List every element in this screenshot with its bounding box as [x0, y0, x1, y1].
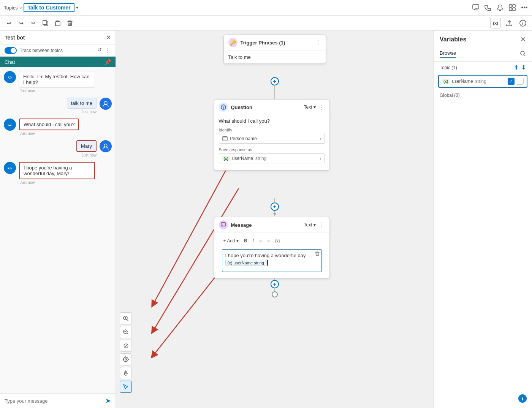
message-text-dropdown[interactable]: Text ▾	[304, 222, 315, 228]
track-toggle[interactable]	[5, 47, 17, 54]
download-icon[interactable]: ⬇	[521, 64, 526, 71]
breadcrumb-current[interactable]: Talk to Customer	[24, 3, 74, 12]
breadcrumb-dropdown-icon[interactable]: ▾	[76, 5, 78, 10]
zoom-out-button[interactable]	[120, 326, 132, 338]
chat-close-button[interactable]: ✕	[106, 34, 111, 41]
variables-close-button[interactable]: ✕	[520, 35, 526, 44]
bot-avatar	[4, 71, 16, 83]
bold-button[interactable]: B	[242, 237, 249, 244]
node-header: Message Text ▾ ⋮	[214, 217, 329, 233]
question-body: What should I call you? Identify Person …	[214, 115, 329, 170]
align-button[interactable]: ≡	[258, 237, 263, 244]
top-bar: Topics > Talk to Customer ▾	[0, 0, 532, 16]
question-text-dropdown[interactable]: Text ▾	[304, 104, 315, 110]
svg-point-20	[11, 167, 11, 168]
breadcrumb-topics[interactable]: Topics	[4, 5, 18, 11]
canvas-area: 🔑 Trigger Phrases (1) ⋮ Talk to me +	[116, 31, 433, 408]
message-delete-icon[interactable]	[315, 251, 320, 258]
canvas-left-toolbar: ⊘	[120, 312, 132, 393]
message-bubble: Hello, I'm MyTestbot. How can I help? Ju…	[19, 71, 95, 93]
save-response-section: Save response as (x) userName string ›	[219, 147, 325, 163]
bubble-time: Just now	[19, 89, 95, 93]
var-name: userName	[232, 156, 253, 161]
grid-icon[interactable]	[508, 4, 516, 11]
paste-button[interactable]	[52, 18, 63, 28]
bubble-time: Just now	[76, 153, 97, 157]
svg-point-11	[9, 76, 10, 77]
message-type-arrow: ▾	[314, 222, 316, 228]
svg-point-17	[104, 144, 107, 147]
msg-var-name: userName	[233, 261, 253, 265]
toolbar: ↩ ↩ ✂ (x)	[0, 16, 532, 31]
bubble-text-highlighted: Mary	[76, 140, 97, 152]
hand-tool-button[interactable]	[120, 367, 132, 379]
cancel-button[interactable]: ⊘	[120, 340, 132, 352]
italic-button[interactable]: I	[251, 237, 255, 244]
select-tool-button[interactable]	[120, 381, 132, 393]
identify-arrow: ›	[320, 137, 321, 141]
list-button[interactable]: ≡	[266, 237, 271, 244]
svg-point-18	[7, 165, 13, 171]
redo-button[interactable]: ↩	[16, 18, 27, 28]
more-options-icon[interactable]: ⋮	[105, 47, 111, 54]
msg-var-type: string	[254, 261, 264, 265]
phone-icon[interactable]	[484, 4, 492, 11]
chat-icon[interactable]	[472, 4, 480, 11]
message-toolbar: + Add ▾ B I ≡ ≡ {x}	[219, 236, 325, 246]
delete-button[interactable]	[65, 18, 75, 28]
svg-rect-3	[509, 8, 512, 11]
track-icons: ↺ ⋮	[97, 47, 111, 54]
message-row: Hello, I'm MyTestbot. How can I help? Ju…	[4, 71, 112, 93]
add-button[interactable]: + Add ▾	[222, 237, 240, 244]
add-node-button-2[interactable]: +	[271, 202, 279, 211]
svg-rect-31	[223, 136, 227, 141]
more-icon[interactable]: •••	[521, 4, 528, 11]
message-content[interactable]: I hope you're having a wonderful day, (x…	[222, 249, 322, 272]
svg-point-19	[9, 167, 10, 168]
variable-button[interactable]: (x)	[490, 18, 501, 28]
message-menu-button[interactable]: ⋮	[319, 221, 325, 229]
chat-input[interactable]	[5, 398, 102, 404]
trigger-node: 🔑 Trigger Phrases (1) ⋮ Talk to me	[223, 35, 326, 64]
export-button[interactable]	[504, 18, 515, 28]
trigger-menu-button[interactable]: ⋮	[315, 39, 321, 46]
question-menu-button[interactable]: ⋮	[319, 104, 325, 111]
zoom-in-button[interactable]	[120, 312, 132, 324]
bell-icon[interactable]	[496, 4, 504, 11]
save-response-label: Save response as	[219, 147, 325, 152]
var-browse-tab[interactable]: Browse	[440, 50, 456, 58]
var-item-checkbox[interactable]	[517, 78, 524, 85]
message-var-inline: (x) userName string	[225, 260, 266, 266]
help-info-button[interactable]: i	[518, 394, 527, 403]
search-icon[interactable]	[520, 51, 526, 58]
var-item-check[interactable]: ✓	[508, 78, 515, 85]
trigger-title: Trigger Phrases (1)	[241, 40, 312, 46]
add-node-button-3[interactable]: +	[271, 280, 279, 288]
message-row: I hope you're having a wonderful day, Ma…	[4, 162, 112, 185]
upload-icon[interactable]: ⬆	[514, 64, 519, 71]
var-item: (x) userName string ✓	[438, 75, 527, 88]
question-node: Question Text ▾ ⋮ What should I call you…	[214, 99, 330, 171]
cut-button[interactable]: ✂	[28, 18, 39, 28]
bubble-time: Just now	[19, 131, 79, 136]
add-node-button-1[interactable]: +	[271, 77, 279, 85]
save-response-var[interactable]: (x) userName string ›	[219, 153, 325, 163]
identify-dropdown[interactable]: Person name ›	[219, 134, 325, 144]
variables-title: Variables	[440, 36, 466, 43]
pin-icon[interactable]: 📌	[104, 59, 111, 65]
svg-point-36	[125, 359, 127, 360]
chat-tab-label[interactable]: Chat	[5, 59, 15, 65]
svg-rect-0	[473, 5, 479, 9]
variable-inline-button[interactable]: {x}	[274, 238, 282, 244]
info-button[interactable]	[518, 18, 528, 28]
target-button[interactable]	[120, 353, 132, 365]
node-header: Question Text ▾ ⋮	[214, 100, 329, 115]
svg-marker-24	[273, 213, 276, 216]
refresh-icon[interactable]: ↺	[97, 47, 102, 54]
track-label: Track between topics	[20, 48, 63, 53]
variables-panel: Variables ✕ Browse Topic (1) ⬆ ⬇	[433, 31, 532, 408]
send-button[interactable]: ➤	[105, 397, 111, 405]
undo-button[interactable]: ↩	[4, 18, 14, 28]
bubble-time: Just now	[67, 110, 97, 114]
copy-button[interactable]	[40, 18, 51, 28]
